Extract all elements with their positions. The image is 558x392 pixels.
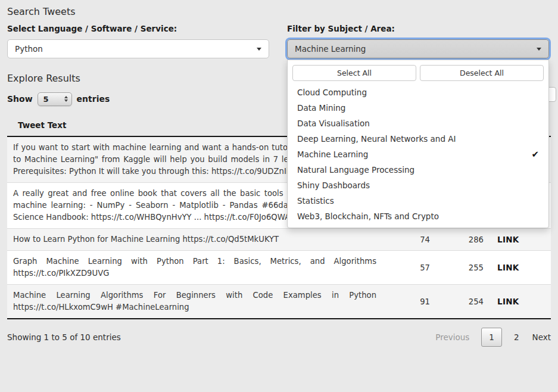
count-1-cell: 57 — [388, 251, 430, 285]
subject-option-label: Data Mining — [297, 103, 345, 113]
count-2-cell: 254 — [430, 285, 484, 319]
subject-option-label: Data Visualisation — [297, 119, 370, 128]
check-icon: ✔ — [531, 149, 539, 160]
pagination-next[interactable]: Next — [532, 332, 551, 342]
link-cell: LINK — [484, 251, 551, 285]
count-2-cell: 286 — [430, 229, 484, 251]
count-1-cell: 74 — [388, 229, 430, 251]
tweet-text-cell: Graph Machine Learning with Python Part … — [7, 251, 388, 285]
pagination-page-2[interactable]: 2 — [514, 332, 519, 342]
show-label: Show — [7, 94, 33, 104]
tweet-link[interactable]: LINK — [497, 297, 519, 306]
page-length-select[interactable]: 5 — [38, 92, 72, 106]
subject-option-cloud-computing[interactable]: Cloud Computing — [288, 85, 548, 100]
language-filter: Select Language / Software / Service: Py… — [7, 24, 269, 58]
table-row: Machine Learning Algorithms For Beginner… — [7, 285, 551, 319]
dropdown-actions: Select All Deselect All — [288, 60, 548, 85]
subject-option-label: Deep Learning, Neural Networks and AI — [297, 134, 456, 144]
filters-row: Select Language / Software / Service: Py… — [7, 24, 551, 58]
tweet-text-cell: Machine Learning Algorithms For Beginner… — [7, 285, 388, 319]
subject-option-data-mining[interactable]: Data Mining — [288, 100, 548, 116]
pagination: Previous 1 2 Next — [435, 328, 551, 347]
subject-select[interactable]: Machine Learning — [287, 39, 549, 58]
subject-filter-label: Filter by Subject / Area: — [287, 24, 549, 33]
link-cell: LINK — [484, 229, 551, 251]
tweet-link[interactable]: LINK — [497, 263, 519, 272]
chevron-down-icon — [537, 48, 541, 51]
page-length-value: 5 — [43, 95, 49, 104]
tweet-text-cell: How to Learn Python for Machine Learning… — [7, 229, 388, 251]
subject-option-data-visualisation[interactable]: Data Visualisation — [288, 116, 548, 131]
pagination-page-1[interactable]: 1 — [481, 328, 502, 347]
subject-option-label: Machine Learning — [297, 150, 368, 159]
subject-option-statistics[interactable]: Statistics — [288, 193, 548, 209]
language-select[interactable]: Python — [7, 39, 269, 58]
results-summary: Showing 1 to 5 of 10 entries — [7, 332, 121, 342]
language-select-value: Python — [15, 44, 43, 54]
app-window: Search Tweets Select Language / Software… — [0, 0, 558, 392]
tweet-link[interactable]: LINK — [497, 235, 519, 244]
subject-select-value: Machine Learning — [295, 44, 366, 54]
subject-option-shiny-dashboards[interactable]: Shiny Dashboards — [288, 178, 548, 193]
table-row: Graph Machine Learning with Python Part … — [7, 251, 551, 285]
subject-option-label: Shiny Dashboards — [297, 181, 370, 190]
subject-dropdown-panel: Select All Deselect All Cloud Computing … — [287, 60, 549, 228]
count-1-cell: 91 — [388, 285, 430, 319]
link-cell: LINK — [484, 285, 551, 319]
language-filter-label: Select Language / Software / Service: — [7, 24, 269, 33]
subject-option-nlp[interactable]: Natural Language Processing — [288, 162, 548, 178]
chevron-down-icon — [257, 48, 261, 51]
entries-label: entries — [77, 94, 110, 104]
select-all-button[interactable]: Select All — [292, 65, 416, 81]
deselect-all-button[interactable]: Deselect All — [420, 65, 544, 81]
pagination-previous[interactable]: Previous — [435, 332, 469, 342]
subject-filter: Filter by Subject / Area: Machine Learni… — [287, 24, 549, 58]
table-row: How to Learn Python for Machine Learning… — [7, 229, 551, 251]
subject-option-deep-learning[interactable]: Deep Learning, Neural Networks and AI — [288, 131, 548, 147]
subject-option-web3[interactable]: Web3, Blockchain, NFTs and Crypto — [288, 209, 548, 224]
stepper-arrows-icon — [64, 96, 68, 102]
subject-option-label: Web3, Blockchain, NFTs and Crypto — [297, 211, 439, 221]
subject-option-label: Natural Language Processing — [297, 165, 414, 175]
table-footer: Showing 1 to 5 of 10 entries Previous 1 … — [7, 328, 551, 347]
count-2-cell: 255 — [430, 251, 484, 285]
subject-option-label: Statistics — [297, 196, 334, 206]
subject-option-label: Cloud Computing — [297, 88, 367, 97]
subject-option-machine-learning[interactable]: Machine Learning ✔ — [288, 147, 548, 162]
page-title: Search Tweets — [7, 6, 551, 17]
